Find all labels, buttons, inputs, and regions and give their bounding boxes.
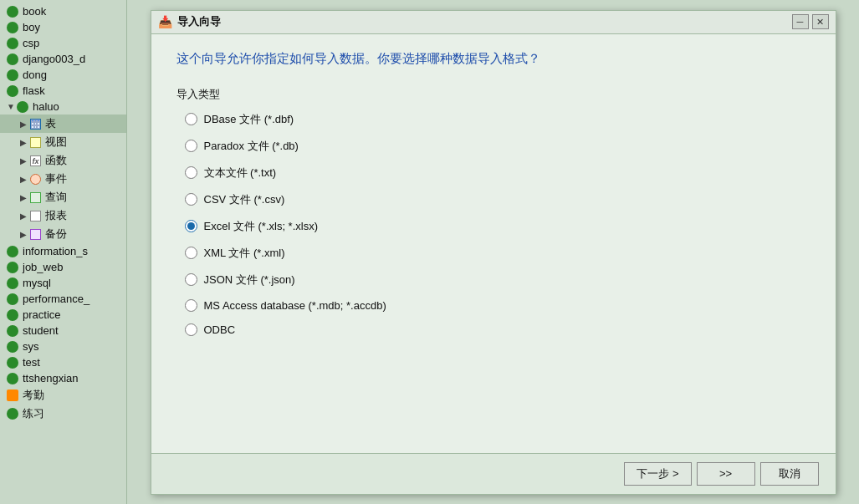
sidebar-item-label: information_s <box>23 245 88 257</box>
dialog-footer: 下一步 > >> 取消 <box>151 453 836 494</box>
db-icon <box>7 357 18 369</box>
sidebar-item-dong[interactable]: dong <box>0 67 126 83</box>
sidebar-item-student[interactable]: student <box>0 323 126 339</box>
sidebar-item-lianxi[interactable]: 练习 <box>0 405 126 423</box>
sidebar-item-label: mysql <box>23 277 51 289</box>
sidebar-item-haluo[interactable]: ▼ haluo <box>0 99 126 115</box>
finish-button[interactable]: >> <box>697 462 755 486</box>
option-xml-label: XML 文件 (*.xml) <box>204 246 285 261</box>
sidebar-item-label: ttshengxian <box>23 372 79 384</box>
sidebar-item-view[interactable]: ▶ 视图 <box>0 133 126 151</box>
db-icon <box>7 38 18 49</box>
dialog-title: 📥 导入向导 <box>158 14 221 29</box>
sidebar-item-book[interactable]: book <box>0 3 126 19</box>
minimize-button[interactable]: ─ <box>792 14 809 29</box>
option-csv[interactable]: CSV 文件 (*.csv) <box>185 192 810 207</box>
sidebar-item-label: django003_d <box>23 53 85 65</box>
sidebar-item-job-web[interactable]: job_web <box>0 259 126 275</box>
sidebar-item-label: test <box>23 356 40 369</box>
sidebar-item-performance[interactable]: performance_ <box>0 291 126 307</box>
table-icon <box>30 119 41 130</box>
option-paradox[interactable]: Paradox 文件 (*.db) <box>185 139 810 154</box>
db-icon <box>7 325 18 337</box>
db-icon <box>7 6 18 18</box>
db-icon <box>7 262 18 273</box>
sidebar-item-information[interactable]: information_s <box>0 243 126 259</box>
import-title-icon: 📥 <box>158 15 172 28</box>
sidebar-item-practice[interactable]: practice <box>0 307 126 323</box>
sidebar-item-django[interactable]: django003_d <box>0 51 126 67</box>
import-type-label: 导入类型 <box>176 87 810 102</box>
dialog-title-text: 导入向导 <box>177 14 221 29</box>
expand-icon: ▶ <box>20 175 28 184</box>
option-json-label: JSON 文件 (*.json) <box>204 272 295 288</box>
option-csv-label: CSV 文件 (*.csv) <box>204 192 285 207</box>
option-json[interactable]: JSON 文件 (*.json) <box>185 272 810 288</box>
sidebar-item-backup[interactable]: ▶ 备份 <box>0 225 126 243</box>
db-icon <box>7 69 18 81</box>
db-icon <box>7 309 18 321</box>
option-msaccess-label: MS Access database (*.mdb; *.accdb) <box>204 299 386 312</box>
sidebar-item-label: 查询 <box>45 190 67 205</box>
main-content: 📥 导入向导 ─ ✕ 这个向导允许你指定如何导入数据。你要选择哪种数据导入格式？… <box>127 0 859 504</box>
radio-excel[interactable] <box>185 220 197 232</box>
event-icon <box>30 174 41 185</box>
sidebar-item-query[interactable]: ▶ 查询 <box>0 188 126 206</box>
db-icon <box>17 101 28 113</box>
db-icon <box>7 22 18 33</box>
sidebar-item-csp[interactable]: csp <box>0 35 126 51</box>
option-msaccess[interactable]: MS Access database (*.mdb; *.accdb) <box>185 299 810 312</box>
db-icon <box>7 277 18 289</box>
view-icon <box>30 137 41 148</box>
cancel-button[interactable]: 取消 <box>760 462 819 486</box>
option-dbase[interactable]: DBase 文件 (*.dbf) <box>185 112 810 127</box>
radio-msaccess[interactable] <box>185 299 197 312</box>
sidebar-item-func[interactable]: ▶ fx 函数 <box>0 151 126 170</box>
sidebar-item-label: boy <box>23 21 40 33</box>
db-icon <box>7 408 18 420</box>
sidebar-item-label: 视图 <box>45 135 67 150</box>
sidebar-item-table[interactable]: ▶ 表 <box>0 115 126 133</box>
func-icon: fx <box>30 155 41 166</box>
radio-paradox[interactable] <box>185 140 197 152</box>
next-button[interactable]: 下一步 > <box>624 462 691 486</box>
db-icon <box>7 293 18 305</box>
db-icon <box>7 373 18 384</box>
sidebar-item-label: 事件 <box>45 171 67 186</box>
radio-dbase[interactable] <box>185 113 197 125</box>
sidebar-item-ttshengxian[interactable]: ttshengxian <box>0 370 126 386</box>
radio-csv[interactable] <box>185 193 197 206</box>
sidebar-item-label: haluo <box>33 100 59 113</box>
option-excel[interactable]: Excel 文件 (*.xls; *.xlsx) <box>185 219 810 234</box>
db-icon <box>7 246 18 257</box>
option-excel-label: Excel 文件 (*.xls; *.xlsx) <box>204 219 319 234</box>
sidebar-item-label: student <box>23 324 59 337</box>
import-wizard-dialog: 📥 导入向导 ─ ✕ 这个向导允许你指定如何导入数据。你要选择哪种数据导入格式？… <box>151 10 836 495</box>
option-dbase-label: DBase 文件 (*.dbf) <box>204 112 294 127</box>
option-text[interactable]: 文本文件 (*.txt) <box>185 165 810 181</box>
sidebar-item-event[interactable]: ▶ 事件 <box>0 170 126 188</box>
sidebar-item-report[interactable]: ▶ 报表 <box>0 206 126 225</box>
sidebar-item-sys[interactable]: sys <box>0 339 126 354</box>
sidebar-item-label: dong <box>23 69 47 81</box>
sidebar-item-kaoqin[interactable]: 考勤 <box>0 386 126 405</box>
dialog-titlebar: 📥 导入向导 ─ ✕ <box>151 11 836 34</box>
special-db-icon <box>7 389 18 401</box>
import-options-group: DBase 文件 (*.dbf) Paradox 文件 (*.db) 文本文件 … <box>176 112 810 336</box>
expand-icon: ▼ <box>7 102 15 111</box>
sidebar-item-flask[interactable]: flask <box>0 83 126 99</box>
close-button[interactable]: ✕ <box>812 14 829 29</box>
option-odbc[interactable]: ODBC <box>185 323 810 336</box>
sidebar-item-boy[interactable]: boy <box>0 19 126 35</box>
option-xml[interactable]: XML 文件 (*.xml) <box>185 246 810 261</box>
radio-text[interactable] <box>185 166 197 179</box>
radio-odbc[interactable] <box>185 323 197 336</box>
db-icon <box>7 85 18 97</box>
sidebar-item-label: 练习 <box>23 406 44 421</box>
sidebar-item-test[interactable]: test <box>0 354 126 370</box>
sidebar-item-label: practice <box>23 308 61 321</box>
sidebar-item-label: 考勤 <box>23 388 44 403</box>
sidebar-item-mysql[interactable]: mysql <box>0 275 126 291</box>
radio-json[interactable] <box>185 273 197 286</box>
radio-xml[interactable] <box>185 247 197 259</box>
